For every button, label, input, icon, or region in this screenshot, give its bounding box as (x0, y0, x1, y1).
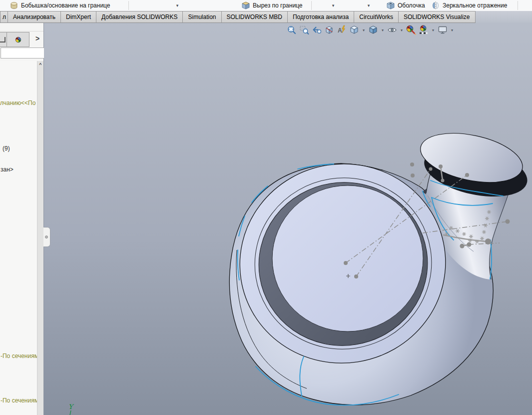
view-orientation-button[interactable] (349, 24, 360, 36)
panel-splitter-handle[interactable] (43, 227, 50, 247)
edit-appearance-icon (406, 25, 416, 35)
ribbon-dropdown-arrow-icon[interactable]: ▾ (329, 0, 337, 10)
boss-base-label: Бобышка/основание на границе (21, 2, 110, 9)
previous-view-icon (312, 25, 322, 35)
dropdown-arrow-icon[interactable]: ▾ (450, 24, 455, 36)
ribbon-separator (311, 1, 312, 10)
edit-appearance-button[interactable] (406, 24, 417, 36)
command-tabs: лАнализироватьDimXpertДобавления SOLIDWO… (0, 11, 532, 23)
feature-tree-item[interactable]: (9) (2, 145, 10, 152)
scroll-up-arrow[interactable]: ^ (37, 62, 43, 68)
shell-icon (386, 1, 395, 10)
panel-tab-display-manager[interactable] (6, 32, 29, 47)
dropdown-arrow-icon[interactable]: ▾ (431, 24, 436, 36)
feature-tree-item[interactable]: -По сечениям (0, 397, 38, 404)
tree-scrollbar[interactable]: ^ (37, 61, 43, 415)
feature-tree-item[interactable]: -По сечениям (0, 352, 38, 360)
boss-base-icon (9, 1, 18, 10)
feature-tree-item[interactable]: лчанию<<По (0, 100, 35, 106)
command-tab[interactable]: Добавления SOLIDWORKS (96, 11, 183, 23)
command-tab[interactable]: DimXpert (60, 11, 96, 23)
heads-up-view-toolbar: A▾▾▾▾▾ (286, 24, 455, 36)
dynamic-annotation-views-icon: A (337, 25, 347, 35)
display-style-button[interactable] (368, 24, 379, 36)
command-tab[interactable]: SOLIDWORKS Visualize (398, 11, 476, 23)
mirror-button[interactable]: Зеркальное отражение (430, 0, 509, 10)
cut-with-boundary-button[interactable]: Вырез по границе (240, 0, 304, 10)
graphics-viewport[interactable]: Y A▾▾▾▾▾ (44, 23, 532, 415)
feature-tree-item[interactable]: зан> (0, 166, 13, 173)
boss-base-on-boundary-button[interactable]: Бобышка/основание на границе (8, 0, 112, 10)
zoom-to-area-button[interactable] (299, 24, 310, 36)
command-tab[interactable]: Simulation (182, 11, 221, 23)
command-tab[interactable]: SOLIDWORKS MBD (221, 11, 288, 23)
appearance-sphere-icon (14, 36, 22, 44)
origin-axis-y-label: Y (68, 403, 74, 410)
display-style-icon (368, 25, 378, 35)
shell-button[interactable]: Оболочка (385, 0, 427, 10)
solidworks-window: Бобышка/основание на границе ▾ Вырез по … (0, 0, 532, 415)
ribbon-dropdown-arrow-icon[interactable]: ▾ (365, 0, 373, 10)
panel-tab-partial[interactable] (0, 32, 7, 47)
view-settings-icon (438, 25, 448, 35)
section-view-icon (324, 25, 334, 35)
mirror-icon (431, 1, 440, 10)
shell-label: Оболочка (398, 2, 425, 9)
zoom-to-fit-button[interactable] (286, 24, 297, 36)
command-ribbon: Бобышка/основание на границе ▾ Вырез по … (0, 0, 532, 12)
model-canvas[interactable]: Y (44, 23, 532, 415)
ribbon-separator (128, 1, 129, 10)
panel-expand-chevron[interactable]: > (33, 34, 42, 44)
apply-scene-icon (419, 25, 429, 35)
feature-manager-panel: > лчанию<<По(9)зан>-По сечениям-По сечен… (0, 23, 44, 415)
dynamic-annotation-views-button[interactable]: A (336, 24, 347, 36)
command-tab[interactable]: Подготовка анализа (287, 11, 354, 23)
panel-tab-strip: > (0, 32, 43, 46)
command-tab[interactable]: л (0, 11, 8, 23)
partial-tab-icon (0, 37, 5, 42)
zoom-to-fit-icon (287, 25, 297, 35)
view-settings-button[interactable] (437, 24, 448, 36)
hide-show-items-icon (387, 25, 397, 35)
svg-text:A: A (338, 27, 342, 34)
command-tab[interactable]: CircuitWorks (354, 11, 399, 23)
dropdown-arrow-icon[interactable]: ▾ (399, 24, 404, 36)
dropdown-arrow-icon[interactable]: ▾ (361, 24, 366, 36)
feature-tree-filter-input[interactable] (0, 48, 44, 58)
apply-scene-button[interactable] (418, 24, 429, 36)
section-view-button[interactable] (324, 24, 335, 36)
cut-boundary-icon (241, 1, 250, 10)
ribbon-separator (518, 1, 518, 10)
dropdown-arrow-icon[interactable]: ▾ (380, 24, 385, 36)
zoom-to-area-icon (299, 25, 309, 35)
previous-view-button[interactable] (311, 24, 322, 36)
cut-boundary-label: Вырез по границе (253, 2, 303, 9)
view-orientation-icon (349, 25, 359, 35)
mirror-label: Зеркальное отражение (443, 2, 507, 9)
splitter-dot-icon (45, 236, 48, 238)
command-tab[interactable]: Анализировать (7, 11, 61, 23)
ribbon-dropdown-arrow-icon[interactable]: ▾ (173, 0, 181, 10)
hide-show-items-button[interactable] (387, 24, 398, 36)
